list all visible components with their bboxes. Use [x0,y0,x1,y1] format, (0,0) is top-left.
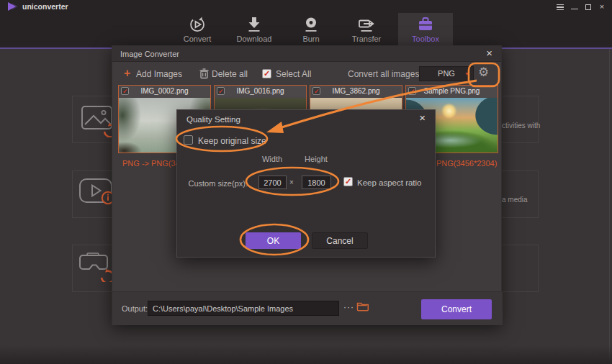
tab-convert[interactable]: Convert [170,13,225,47]
vr-card-icon [76,252,114,285]
bg-card-text-1: ctivities with [502,122,540,129]
cancel-button[interactable]: Cancel [312,232,368,249]
size-separator: × [289,178,294,186]
keep-aspect-ratio-label[interactable]: Keep aspect ratio [357,178,422,187]
dialog-title: Image Converter [120,50,179,58]
minimize-icon[interactable] [571,4,578,9]
thumbnail-filename-3: IMG_3862.png [310,87,402,95]
thumbnail-header-3: ✓ IMG_3862.png [310,86,402,98]
convert-button[interactable]: Convert [421,299,492,319]
check-icon: ✓ [264,69,270,78]
quality-setting-dialog: Quality Setting × Keep original size Wid… [176,109,436,258]
keep-original-size-label[interactable]: Keep original size [198,136,266,146]
output-label: Output: [122,304,148,313]
tab-download[interactable]: Download [227,13,282,47]
check-icon: ✓ [345,177,351,186]
tab-toolbox-label: Toolbox [398,35,453,43]
video-card-icon [78,176,115,211]
keep-original-size-checkbox[interactable] [184,135,193,145]
height-input[interactable] [302,176,331,189]
thumbnail-header-4: ✓ Sample PNG.png [406,86,498,98]
ok-button[interactable]: OK [246,232,301,249]
tab-toolbox[interactable]: Toolbox [398,13,453,47]
tab-burn-label: Burn [284,35,338,43]
trash-icon[interactable] [199,68,209,81]
thumbnail-filename-2: IMG_0016.png [215,87,306,95]
convert-icon [170,15,225,35]
height-column-label: Height [299,155,333,163]
bottom-shade [0,345,612,364]
browse-dots-button[interactable]: ··· [343,302,354,312]
thumbnail-filename-1: IMG_0002.png [119,87,210,95]
close-window-icon[interactable]: × [598,3,606,10]
thumbnail-filename-4: Sample PNG.png [406,87,498,95]
window-controls: × [557,3,606,10]
thumbnail-caption-4: PNG(3456*2304) [436,159,497,168]
format-dropdown[interactable]: PNG ▼ [419,66,474,81]
app-title: uniconverter [22,2,68,11]
maximize-icon[interactable] [585,4,591,10]
menu-icon[interactable] [557,3,564,10]
keep-aspect-ratio-checkbox[interactable]: ✓ [343,177,353,186]
tab-convert-label: Convert [170,35,225,43]
app-window: uniconverter × Convert Download Burn [0,0,612,364]
add-images-plus-icon[interactable]: + [124,67,130,80]
quality-dialog-title: Quality Setting [186,115,240,124]
app-logo-icon [8,2,16,11]
transfer-icon [339,15,394,35]
tab-transfer-label: Transfer [339,35,394,43]
thumbnail-header-2: ✓ IMG_0016.png [215,86,306,98]
tab-transfer[interactable]: Transfer [339,13,394,47]
tab-burn[interactable]: Burn [284,13,338,47]
custom-size-label: Custom size(px): [183,179,248,188]
titlebar: uniconverter × [0,0,612,13]
select-all-checkbox[interactable]: ✓ [262,69,271,78]
toolbox-icon [398,15,453,35]
close-quality-dialog-icon[interactable]: × [415,112,429,124]
open-folder-icon[interactable] [356,301,370,314]
select-all-label[interactable]: Select All [276,69,311,79]
output-bar: Output: ··· Convert [112,291,503,325]
window-right-edge [609,49,610,364]
tab-download-label: Download [227,35,282,43]
download-icon [227,15,282,35]
width-column-label: Width [255,155,289,163]
burn-icon [284,15,338,35]
width-input[interactable] [258,176,287,189]
thumbnail-header-1: ✓ IMG_0002.png [119,86,210,98]
settings-gear-icon[interactable]: ⚙ [478,65,489,80]
dropdown-arrow-icon: ▼ [464,67,469,81]
photo-card-icon [80,101,116,140]
delete-all-button[interactable]: Delete all [212,69,248,79]
add-images-button[interactable]: Add Images [136,69,182,79]
image-converter-header: Image Converter × [112,46,501,62]
main-nav: Convert Download Burn Transfer Toolbox [0,13,612,47]
output-path-input[interactable] [148,301,339,316]
format-value: PNG [438,69,455,78]
close-dialog-icon[interactable]: × [482,47,496,59]
bg-card-text-2: a media [502,196,528,204]
